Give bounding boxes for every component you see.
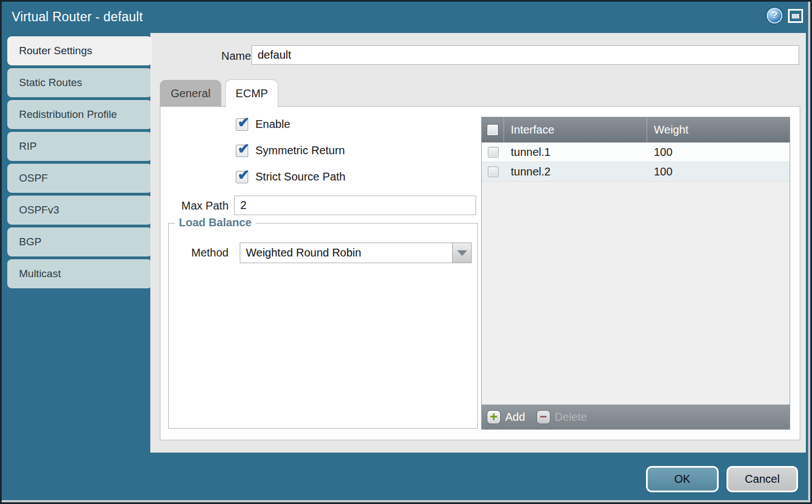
delete-button[interactable]: − Delete	[536, 410, 587, 424]
interface-table: Interface Weight tunnel.1 100 tunnel.2 1…	[481, 117, 790, 430]
sidebar-item-rip[interactable]: RIP	[7, 132, 152, 161]
column-header-interface[interactable]: Interface	[504, 117, 647, 142]
sidebar-item-ospfv3[interactable]: OSPFv3	[7, 196, 152, 225]
check-icon: ✔	[238, 114, 250, 131]
plus-icon: +	[487, 410, 501, 424]
checkbox-enable[interactable]: ✔ Enable	[236, 118, 290, 131]
checkbox-box[interactable]: ✔	[236, 145, 248, 157]
check-icon: ✔	[238, 140, 250, 158]
cell-weight[interactable]: 100	[647, 165, 790, 178]
method-dropdown[interactable]: Weighted Round Robin	[240, 243, 472, 263]
checkbox-symmetric-return[interactable]: ✔ Symmetric Return	[236, 144, 345, 157]
checkbox-box[interactable]: ✔	[236, 118, 248, 131]
window-icon[interactable]	[788, 9, 803, 23]
sidebar-item-bgp[interactable]: BGP	[7, 227, 152, 256]
virtual-router-dialog: Virtual Router - default ? Router Settin…	[0, 0, 812, 504]
sidebar-item-redistribution-profile[interactable]: Redistribution Profile	[7, 100, 152, 129]
dialog-title: Virtual Router - default	[12, 2, 143, 32]
select-all-checkbox[interactable]	[487, 124, 498, 136]
dialog-content: Name General ECMP ✔ Enable ✔ Symmetric R…	[150, 33, 806, 453]
titlebar: Virtual Router - default ?	[2, 2, 810, 33]
tab-general[interactable]: General	[160, 80, 221, 107]
window-icon-inner	[792, 14, 799, 18]
table-header: Interface Weight	[482, 117, 790, 142]
row-checkbox[interactable]	[488, 167, 498, 177]
sidebar-item-multicast[interactable]: Multicast	[7, 259, 152, 288]
method-value: Weighted Round Robin	[246, 243, 361, 263]
max-path-label: Max Path	[172, 199, 229, 212]
sidebar-item-router-settings[interactable]: Router Settings	[7, 36, 152, 65]
check-icon: ✔	[238, 167, 250, 184]
checkbox-label: Symmetric Return	[255, 144, 345, 157]
max-path-input[interactable]	[234, 196, 476, 215]
dropdown-button[interactable]	[452, 243, 471, 263]
tab-ecmp[interactable]: ECMP	[225, 79, 278, 108]
checkbox-strict-source-path[interactable]: ✔ Strict Source Path	[236, 170, 345, 183]
add-label: Add	[505, 411, 525, 424]
table-row[interactable]: tunnel.2 100	[482, 162, 790, 182]
minus-icon: −	[536, 410, 550, 424]
checkbox-label: Enable	[255, 118, 290, 131]
row-checkbox[interactable]	[488, 147, 498, 158]
sidebar-item-static-routes[interactable]: Static Routes	[7, 68, 152, 97]
delete-label: Delete	[555, 411, 587, 424]
help-glyph: ?	[772, 10, 777, 21]
table-footer: + Add − Delete	[482, 405, 790, 429]
cell-interface[interactable]: tunnel.1	[504, 146, 647, 159]
chevron-down-icon	[457, 250, 467, 256]
method-label: Method	[177, 246, 229, 259]
ok-button[interactable]: OK	[646, 466, 719, 492]
row-checkbox-cell	[482, 147, 504, 158]
column-header-weight[interactable]: Weight	[647, 117, 790, 142]
checkbox-label: Strict Source Path	[255, 170, 345, 183]
sidebar-item-ospf[interactable]: OSPF	[7, 164, 152, 193]
checkbox-box[interactable]: ✔	[236, 171, 248, 183]
cell-interface[interactable]: tunnel.2	[504, 165, 647, 178]
load-balance-legend: Load Balance	[175, 216, 255, 229]
cell-weight[interactable]: 100	[647, 146, 790, 159]
select-all-cell	[482, 117, 504, 142]
row-checkbox-cell	[482, 167, 504, 177]
help-icon[interactable]: ?	[767, 8, 782, 23]
table-row[interactable]: tunnel.1 100	[482, 142, 790, 162]
cancel-button[interactable]: Cancel	[726, 466, 798, 492]
name-input[interactable]	[251, 45, 799, 65]
name-label: Name	[221, 50, 251, 63]
add-button[interactable]: + Add	[487, 410, 525, 424]
ecmp-panel: ✔ Enable ✔ Symmetric Return ✔ Strict Sou…	[160, 106, 800, 440]
table-empty-area	[482, 182, 790, 405]
